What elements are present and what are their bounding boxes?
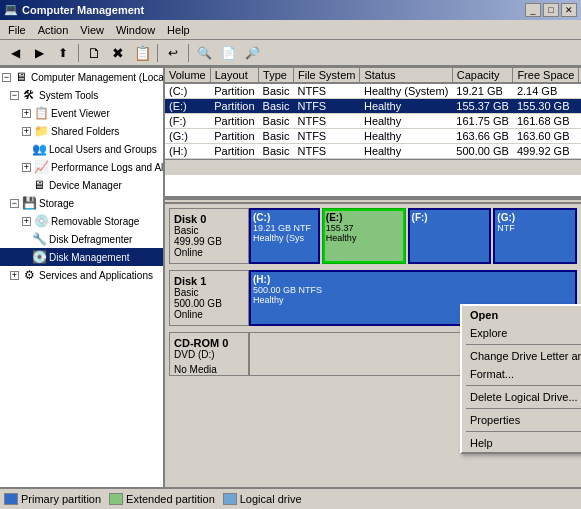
disk0-row: Disk 0 Basic 499.99 GB Online (C:) 19.21… [169,208,577,264]
menu-action[interactable]: Action [32,22,75,38]
tree-item-event-viewer[interactable]: + 📋 Event Viewer [0,104,163,122]
expander-computer-management[interactable]: − [2,73,11,82]
cell-capacity: 155.37 GB [452,99,513,114]
toolbar-btn-search[interactable]: 🔍 [193,42,215,64]
toolbar: ◀ ▶ ⬆ 🗋 ✖ 📋 ↩ 🔍 📄 🔎 [0,40,581,66]
expander-shared-folders[interactable]: + [22,127,31,136]
ctx-explore[interactable]: Explore [462,324,581,342]
tree-item-storage[interactable]: − 💾 Storage [0,194,163,212]
menu-help[interactable]: Help [161,22,196,38]
status-bar: Primary partition Extended partition Log… [0,487,581,509]
col-type[interactable]: Type [259,68,294,83]
ctx-change-drive[interactable]: Change Drive Letter and Paths... [462,347,581,365]
cdrom0-label[interactable]: CD-ROM 0 DVD (D:) No Media [169,332,249,376]
disk0-size: 499.99 GB [174,236,244,247]
cell-status: Healthy [360,99,452,114]
expander-perf-logs[interactable]: + [22,163,31,172]
col-layout[interactable]: Layout [210,68,258,83]
tree-item-system-tools[interactable]: − 🛠 System Tools [0,86,163,104]
disk0-status: Online [174,247,244,258]
ctx-format[interactable]: Format... [462,365,581,383]
forward-button[interactable]: ▶ [28,42,50,64]
col-status[interactable]: Status [360,68,452,83]
col-fs[interactable]: File System [293,68,359,83]
maximize-button[interactable]: □ [543,3,559,17]
expander-storage[interactable]: − [10,199,19,208]
tree-item-disk-mgmt[interactable]: 💽 Disk Management [0,248,163,266]
tree-item-computer-management[interactable]: − 🖥 Computer Management (Local) [0,68,163,86]
toolbar-btn-undo[interactable]: ↩ [162,42,184,64]
cell-capacity: 161.75 GB [452,114,513,129]
tree-item-defrag[interactable]: 🔧 Disk Defragmenter [0,230,163,248]
menu-file[interactable]: File [2,22,32,38]
folder-icon: 📁 [33,123,49,139]
cell-fs: NTFS [293,99,359,114]
cell-volume: (H:) [165,144,210,159]
disk0-label[interactable]: Disk 0 Basic 499.99 GB Online [169,208,249,264]
expander-services[interactable]: + [10,271,19,280]
cell-fs: NTFS [293,129,359,144]
table-row[interactable]: (G:) Partition Basic NTFS Healthy 163.66… [165,129,581,144]
tree-item-services[interactable]: + ⚙ Services and Applications [0,266,163,284]
tree-label-defrag: Disk Defragmenter [49,234,132,245]
ctx-delete-logical[interactable]: Delete Logical Drive... [462,388,581,406]
table-row[interactable]: (E:) Partition Basic NTFS Healthy 155.37… [165,99,581,114]
tree-panel: − 🖥 Computer Management (Local) − 🛠 Syst… [0,66,165,487]
legend-extended-label: Extended partition [126,493,215,505]
cell-volume: (C:) [165,83,210,99]
tree-label-devmgr: Device Manager [49,180,122,191]
disk0-part-e[interactable]: (E:) 155.37 Healthy [322,208,406,264]
tree-item-removable[interactable]: + 💿 Removable Storage [0,212,163,230]
cdrom0-status: No Media [174,364,244,375]
expander-system-tools[interactable]: − [10,91,19,100]
expander-event-viewer[interactable]: + [22,109,31,118]
storage-icon: 💾 [21,195,37,211]
minimize-button[interactable]: _ [525,3,541,17]
toolbar-btn-zoom[interactable]: 🔎 [241,42,263,64]
close-button[interactable]: ✕ [561,3,577,17]
part-c-detail: 19.21 GB NTF [253,223,316,233]
diskmgmt-icon: 💽 [31,249,47,265]
tree-item-perf-logs[interactable]: + 📈 Performance Logs and Alerts [0,158,163,176]
cell-layout: Partition [210,83,258,99]
toolbar-btn-copy[interactable]: 🗋 [83,42,105,64]
expander-removable[interactable]: + [22,217,31,226]
toolbar-btn-paste[interactable]: 📋 [131,42,153,64]
tree-item-local-users[interactable]: 👥 Local Users and Groups [0,140,163,158]
disk0-part-c[interactable]: (C:) 19.21 GB NTF Healthy (Sys [249,208,320,264]
ctx-properties[interactable]: Properties [462,411,581,429]
table-hscroll[interactable] [165,159,581,175]
disk1-size: 500.00 GB [174,298,244,309]
cell-capacity: 163.66 GB [452,129,513,144]
toolbar-btn-x[interactable]: ✖ [107,42,129,64]
disk0-part-f[interactable]: (F:) [408,208,492,264]
back-button[interactable]: ◀ [4,42,26,64]
table-row[interactable]: (C:) Partition Basic NTFS Healthy (Syste… [165,83,581,99]
cell-type: Basic [259,83,294,99]
table-row[interactable]: (H:) Partition Basic NTFS Healthy 500.00… [165,144,581,159]
disk1-name: Disk 1 [174,275,244,287]
disk0-part-g[interactable]: (G:) NTF [493,208,577,264]
ctx-sep-4 [466,431,581,432]
context-menu: Open Explore Change Drive Letter and Pat… [460,304,581,454]
ctx-help[interactable]: Help [462,434,581,452]
menu-view[interactable]: View [74,22,110,38]
tree-item-device-manager[interactable]: 🖥 Device Manager [0,176,163,194]
menu-window[interactable]: Window [110,22,161,38]
part-e-detail: 155.37 [326,223,402,233]
tools-icon: 🛠 [21,87,37,103]
main-area: − 🖥 Computer Management (Local) − 🛠 Syst… [0,66,581,487]
ctx-open[interactable]: Open [462,306,581,324]
col-free[interactable]: Free Space [513,68,579,83]
col-volume[interactable]: Volume [165,68,210,83]
disk1-label[interactable]: Disk 1 Basic 500.00 GB Online [169,270,249,326]
tree-item-shared-folders[interactable]: + 📁 Shared Folders [0,122,163,140]
part-g-label: (G:) [497,212,573,223]
cell-free: 2.14 GB [513,83,579,99]
legend-primary: Primary partition [4,493,101,505]
cell-fs: NTFS [293,144,359,159]
toolbar-btn-doc[interactable]: 📄 [217,42,239,64]
col-capacity[interactable]: Capacity [452,68,513,83]
table-row[interactable]: (F:) Partition Basic NTFS Healthy 161.75… [165,114,581,129]
up-button[interactable]: ⬆ [52,42,74,64]
